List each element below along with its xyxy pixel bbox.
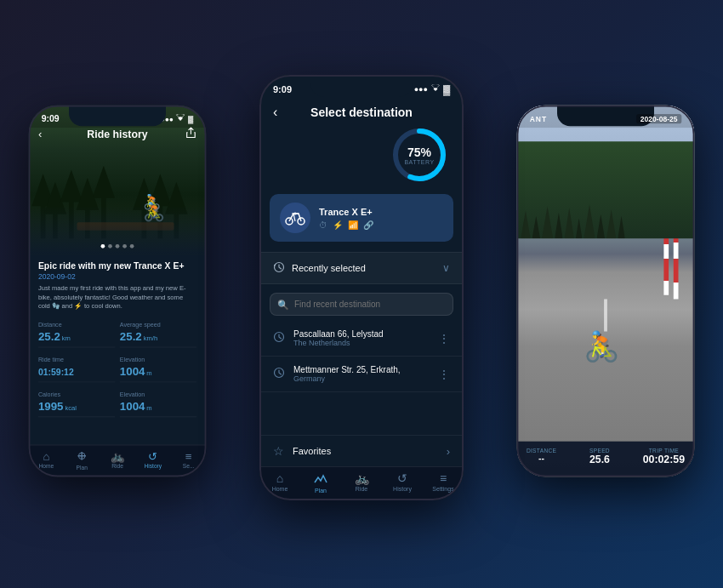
ride-icon-center: 🚲 — [355, 472, 369, 484]
nav-home-center[interactable]: ⌂ Home — [259, 472, 300, 494]
tree-5 — [101, 190, 106, 238]
forest-top — [517, 141, 695, 238]
destination-item-2[interactable]: Mettmanner Str. 25, Erkrath, Germany ⋮ — [259, 357, 464, 392]
ride-icon: 🚲 — [111, 450, 124, 461]
dot-2 — [108, 244, 112, 248]
favorites-row[interactable]: ☆ Favorites › — [259, 435, 464, 466]
tree-6 — [142, 203, 147, 239]
bike-icon-container — [280, 203, 310, 233]
select-destination-title: Select destination — [310, 106, 413, 119]
dest-country-1: The Netherlands — [293, 339, 430, 347]
nav-history-center[interactable]: ↺ History — [382, 472, 423, 494]
signal-icon-center: ●●● — [414, 85, 428, 94]
battery-percent: 75% — [404, 146, 434, 159]
tree-r6 — [576, 219, 583, 239]
bottom-nav-center: ⌂ Home Plan 🚲 Ride ↺ H — [259, 466, 464, 500]
wifi-icon — [176, 114, 185, 123]
bike-selector[interactable]: Trance X E+ ⏱ ⚡ 📶 🔗 — [270, 194, 453, 242]
nav-home-left[interactable]: ⌂ Home — [29, 450, 65, 471]
search-icon-center: 🔍 — [277, 299, 289, 310]
dot-3 — [116, 244, 120, 248]
nav-ride-center[interactable]: 🚲 Ride — [341, 472, 382, 494]
nav-plan-left[interactable]: Plan — [64, 450, 100, 471]
stat-distance: Distance 25.2km — [38, 317, 115, 347]
speed-value: 25.6 — [589, 454, 610, 465]
recently-selected-chevron: ∨ — [442, 262, 450, 274]
stat-calories: Calories 1995kcal — [38, 387, 115, 417]
history-icon-center — [273, 261, 285, 275]
center-screen: 9:09 ●●● ▓ ‹ Select destination — [259, 75, 464, 500]
tree-2 — [53, 206, 58, 238]
wifi-icon-center — [430, 84, 441, 94]
battery-indicator: 75% BATTERY — [389, 124, 450, 186]
link-icon: 🔗 — [363, 220, 373, 230]
nav-ride-left[interactable]: 🚲 Ride — [100, 450, 135, 471]
bolt-icon: ⚡ — [333, 220, 343, 230]
favorites-label: Favorites — [293, 446, 331, 456]
tree-3 — [69, 194, 74, 238]
stat-col-triptime: Trip time 00:02:59 — [643, 448, 685, 465]
share-button[interactable] — [185, 127, 196, 140]
ride-title: Epic ride with my new Trance X E+ — [38, 261, 196, 271]
cyclist-figure: 🚴 — [143, 193, 166, 222]
settings-icon-center: ≡ — [440, 472, 447, 484]
back-button-left[interactable]: ‹ — [38, 128, 42, 140]
ride-description: Just made my first ride with this app an… — [38, 283, 196, 311]
signal-bar-icon: 📶 — [348, 220, 358, 230]
status-bar-right: ANT 2020-08-25 — [517, 106, 695, 128]
battery-label: BATTERY — [404, 159, 434, 165]
tree-r5 — [565, 208, 574, 238]
status-bar-left: 9:09 ●●● ▓ — [29, 106, 207, 128]
stats-row-right: Distance -- Speed 25.6 Trip time 00:02:5… — [527, 448, 685, 465]
nav-plan-center[interactable]: Plan — [300, 472, 341, 494]
tree-r1 — [521, 210, 530, 238]
tree-r4 — [555, 213, 563, 238]
stat-elevation-1: Elevation 1004m — [120, 352, 196, 382]
status-icons-left: ●●● ▓ — [160, 114, 193, 123]
dest-info-2: Mettmanner Str. 25, Erkrath, Germany — [293, 365, 430, 383]
back-button-center[interactable]: ‹ — [273, 105, 277, 120]
favorites-chevron: › — [447, 445, 450, 458]
date-right: 2020-08-25 — [636, 114, 681, 123]
search-input-center[interactable] — [270, 293, 453, 316]
time-center: 9:09 — [273, 84, 292, 94]
phone-left: 🚴 9:09 ●●● ▓ ‹ — [29, 106, 207, 477]
right-screen: 🚴 ANT 2020-08-25 Distance -- Speed — [517, 106, 695, 477]
cyclist-right: 🚴 — [584, 330, 620, 364]
status-bar-center: 9:09 ●●● ▓ — [259, 75, 464, 99]
bike-selector-info: Trance X E+ ⏱ ⚡ 📶 🔗 — [319, 207, 443, 230]
dest-info-1: Pascallaan 66, Lelystad The Netherlands — [293, 329, 430, 347]
trip-time-value: 00:02:59 — [643, 454, 685, 465]
nav-history-left[interactable]: ↺ History — [135, 450, 171, 471]
search-container: 🔍 — [270, 293, 453, 316]
nav-settings-left[interactable]: ≡ Se... — [171, 450, 207, 471]
signal-icon: ●●● — [160, 115, 173, 123]
plan-icon — [77, 450, 88, 463]
bike-status-icons: ⏱ ⚡ 📶 🔗 — [319, 220, 443, 230]
favorites-star-icon: ☆ — [273, 444, 284, 458]
recently-selected-label: Recently selected — [292, 263, 366, 273]
nav-settings-center[interactable]: ≡ Settings — [423, 472, 464, 494]
home-icon: ⌂ — [43, 450, 49, 461]
ride-date: 2020-09-02 — [38, 272, 196, 281]
tree-r8 — [597, 214, 606, 239]
stat-col-speed: Speed 25.6 — [589, 448, 610, 465]
tree-4 — [85, 203, 90, 239]
boardwalk — [77, 222, 174, 231]
scene: 🚴 9:09 ●●● ▓ ‹ — [0, 0, 723, 588]
battery-icon-left: ▓ — [188, 115, 193, 123]
home-icon-center: ⌂ — [276, 472, 283, 484]
recently-selected-header[interactable]: Recently selected ∨ — [259, 252, 464, 284]
stats-grid: Distance 25.2km Average speed 25.2km/h R… — [38, 317, 196, 417]
history-icon: ↺ — [148, 450, 157, 461]
phone-center: 9:09 ●●● ▓ ‹ Select destination — [259, 75, 464, 500]
left-screen: 🚴 9:09 ●●● ▓ ‹ — [29, 106, 207, 477]
dest-more-2[interactable]: ⋮ — [438, 368, 450, 381]
destination-item-1[interactable]: Pascallaan 66, Lelystad The Netherlands … — [259, 321, 464, 357]
road-line — [604, 300, 607, 332]
history-icon-nav: ↺ — [397, 472, 407, 484]
stat-elevation-2: Elevation 1004m — [120, 387, 196, 417]
svg-point-5 — [294, 213, 297, 215]
dest-history-icon-2 — [273, 367, 285, 381]
dest-more-1[interactable]: ⋮ — [438, 332, 450, 345]
